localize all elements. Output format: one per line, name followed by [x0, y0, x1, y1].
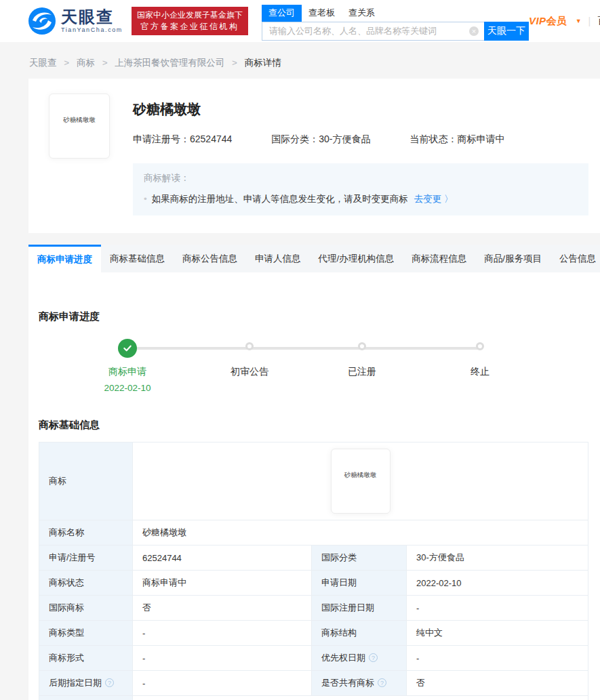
application-progress-stepper: 商标申请 2022-02-10 初审公告 已注册 终止: [39, 331, 588, 407]
row-label: 国际注册日期: [312, 596, 407, 621]
row-value: 否: [133, 696, 588, 700]
header-divider: |: [588, 16, 591, 26]
breadcrumb-home[interactable]: 天眼查: [29, 58, 57, 68]
tab-applicant-info[interactable]: 申请人信息: [246, 245, 310, 272]
tab-process-info[interactable]: 商标流程信息: [403, 245, 475, 272]
row-value: 62524744: [133, 545, 312, 571]
step-label-registered: 已注册: [311, 366, 413, 378]
row-label: 商标形式: [39, 646, 133, 671]
row-value: 30-方便食品: [407, 545, 588, 571]
row-label: 商标: [39, 442, 133, 520]
row-label: 后期指定日期: [39, 671, 133, 696]
trademark-image: 砂糖橘墩墩: [331, 449, 391, 514]
row-value: 商标申请中: [133, 571, 312, 596]
row-label: 商标类型: [39, 621, 133, 646]
help-icon[interactable]: [369, 653, 378, 662]
row-value: 纯中文: [407, 621, 588, 646]
row-value: -: [133, 646, 312, 671]
help-icon[interactable]: [105, 678, 114, 687]
table-row: 商标类型 - 商标结构 纯中文: [39, 621, 588, 646]
detail-content: 商标申请进度 商标申请 2022-02-10 初审公告 已注册 终止 商标基础信…: [28, 272, 600, 700]
search-input[interactable]: [262, 22, 484, 41]
table-row: 申请/注册号 62524744 国际分类 30-方便食品: [39, 545, 588, 571]
check-icon: [122, 343, 133, 354]
table-row: 商标形式 - 优先权日期 -: [39, 646, 588, 671]
help-icon[interactable]: [378, 678, 386, 687]
row-label: 商标结构: [312, 621, 407, 646]
step-circle-pending: [245, 342, 254, 350]
basic-info-table: 商标 砂糖橘墩墩 商标名称 砂糖橘墩墩 申请/注册号 62524744 国际分类…: [39, 442, 588, 700]
breadcrumb-separator: >: [102, 58, 108, 68]
header-clipped-menu-text[interactable]: 百: [597, 15, 600, 27]
row-value: -: [133, 671, 312, 696]
stepper-line: [127, 347, 480, 350]
search-button[interactable]: 天眼一下: [484, 22, 529, 41]
row-value: 否: [407, 671, 588, 696]
tianyancha-logo-icon: [28, 7, 56, 35]
row-label: 国际分类: [312, 545, 407, 571]
tab-agency-info[interactable]: 代理/办理机构信息: [310, 245, 403, 272]
logo-domain: TianYanCha.com: [61, 27, 123, 33]
step-date-applied: 2022-02-10: [77, 383, 178, 393]
trademark-image: 砂糖橘墩墩: [49, 94, 110, 159]
trademark-interpretation-box: 商标解读： •如果商标的注册地址、申请人等信息发生变化，请及时变更商标去变更 〉: [133, 163, 588, 215]
interpretation-title: 商标解读：: [144, 172, 578, 184]
row-label: 部分驳回: [39, 696, 133, 700]
table-row: 商标状态 商标申请中 申请日期 2022-02-10: [39, 571, 588, 596]
trademark-attributes: 申请注册号：62524744 国际分类：30-方便食品 当前状态：商标申请中: [133, 133, 588, 146]
table-row: 部分驳回 否: [39, 696, 588, 700]
vip-member-link[interactable]: VIP会员: [529, 15, 567, 28]
step-label-applied: 商标申请: [77, 366, 178, 378]
row-value: 砂糖橘墩墩: [133, 520, 588, 545]
site-header: 天眼查 TianYanCha.com 国家中小企业发展子基金旗下 官方备案企业征…: [0, 0, 600, 42]
row-label: 国际商标: [39, 596, 133, 621]
trademark-summary-card: 砂糖橘墩墩 砂糖橘墩墩 申请注册号：62524744 国际分类：30-方便食品 …: [28, 79, 600, 233]
basic-info-heading: 商标基础信息: [39, 419, 588, 431]
row-label: 是否共有商标: [312, 671, 407, 696]
search-tabs: 查公司 查老板 查关系: [262, 5, 529, 22]
go-change-link[interactable]: 去变更 〉: [414, 194, 454, 204]
step-circle-pending: [358, 342, 366, 350]
tianyancha-logo[interactable]: 天眼查 TianYanCha.com: [28, 7, 123, 35]
chevron-down-icon[interactable]: ▼: [576, 18, 582, 24]
tab-application-progress[interactable]: 商标申请进度: [28, 245, 101, 272]
header-right: VIP会员 ▼ | 百: [529, 15, 600, 28]
tab-announcement-info[interactable]: 商标公告信息: [174, 245, 246, 272]
trademark-image-cell: 砂糖橘墩墩: [133, 442, 588, 520]
attr-intl-class: 国际分类：30-方便食品: [271, 133, 370, 146]
badge-line1: 国家中小企业发展子基金旗下: [137, 9, 243, 21]
table-row: 后期指定日期 - 是否共有商标 否: [39, 671, 588, 696]
breadcrumb-trademark[interactable]: 商标: [77, 58, 95, 68]
row-value: -: [133, 621, 312, 646]
row-value: -: [407, 646, 588, 671]
interpretation-tip: 如果商标的注册地址、申请人等信息发生变化，请及时变更商标: [152, 194, 408, 204]
tab-gazette-info[interactable]: 公告信息: [551, 245, 600, 272]
search-tab-boss[interactable]: 查老板: [302, 5, 342, 22]
logo-title: 天眼查: [61, 9, 123, 25]
tab-goods-services[interactable]: 商品/服务项目: [475, 245, 551, 272]
row-label: 商标状态: [39, 571, 133, 596]
row-value: -: [407, 596, 588, 621]
table-row: 国际商标 否 国际注册日期 -: [39, 596, 588, 621]
page-title: 砂糖橘墩墩: [133, 100, 588, 119]
clear-search-icon[interactable]: ×: [469, 26, 479, 36]
breadcrumb-separator: >: [232, 58, 237, 68]
progress-section-heading: 商标申请进度: [39, 310, 588, 323]
search-tab-company[interactable]: 查公司: [262, 5, 302, 22]
row-label: 申请/注册号: [39, 545, 133, 571]
row-label: 商标名称: [39, 520, 133, 545]
bullet-icon: •: [144, 194, 147, 204]
breadcrumb-company[interactable]: 上海茶田餐饮管理有限公司: [115, 58, 224, 68]
row-label: 优先权日期: [312, 646, 407, 671]
row-label: 申请日期: [312, 571, 407, 596]
search-tab-relation[interactable]: 查关系: [342, 5, 382, 22]
breadcrumb-separator: >: [64, 58, 69, 68]
tab-basic-info[interactable]: 商标基础信息: [101, 245, 174, 272]
detail-tabbar: 商标申请进度 商标基础信息 商标公告信息 申请人信息 代理/办理机构信息 商标流…: [28, 245, 600, 272]
step-circle-pending: [476, 342, 484, 350]
breadcrumb: 天眼查 > 商标 > 上海茶田餐饮管理有限公司 > 商标详情: [0, 42, 600, 79]
table-row: 商标名称 砂糖橘墩墩: [39, 520, 588, 545]
step-label-preliminary: 初审公告: [199, 366, 300, 378]
step-label-terminated: 终止: [429, 366, 531, 378]
attr-current-status: 当前状态：商标申请中: [410, 133, 505, 146]
